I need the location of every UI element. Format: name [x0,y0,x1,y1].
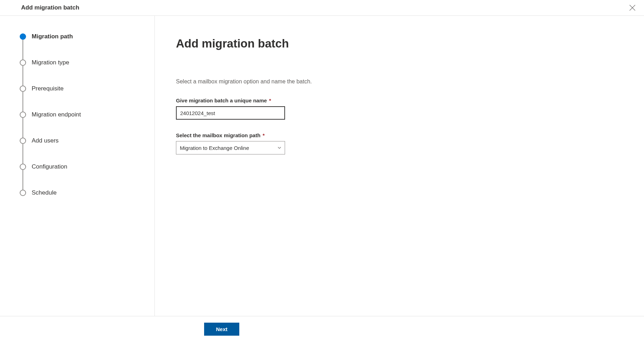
step-add-users[interactable]: Add users [20,137,146,145]
step-circle-icon [20,164,26,170]
close-icon[interactable] [629,5,636,11]
step-label: Migration path [32,33,73,40]
step-connector [23,144,23,164]
step-label: Migration endpoint [32,111,81,118]
migration-path-select[interactable]: Migration to Exchange Online [176,141,285,154]
step-circle-icon [20,59,26,66]
migration-path-label-text: Select the mailbox migration path [176,132,260,138]
wizard-header: Add migration batch [0,0,644,16]
step-circle-icon [20,33,26,40]
next-button[interactable]: Next [204,323,239,336]
step-migration-endpoint[interactable]: Migration endpoint [20,111,146,119]
step-circle-icon [20,138,26,144]
required-indicator: * [269,97,271,103]
step-migration-type[interactable]: Migration type [20,59,146,66]
wizard-footer: Next [0,316,644,342]
batch-name-label-text: Give migration batch a unique name [176,97,267,103]
batch-name-label: Give migration batch a unique name * [176,97,623,103]
header-title: Add migration batch [21,4,79,11]
migration-path-label: Select the mailbox migration path * [176,132,623,138]
wizard-steps-sidebar: Migration path Migration type Prerequisi… [0,16,155,316]
step-label: Configuration [32,163,67,170]
step-connector [23,170,23,190]
content-wrapper: Migration path Migration type Prerequisi… [0,16,644,316]
step-schedule[interactable]: Schedule [20,189,146,197]
step-connector [23,66,23,86]
step-connector [23,40,23,60]
step-configuration[interactable]: Configuration [20,163,146,171]
step-list: Migration path Migration type Prerequisi… [20,33,146,197]
step-label: Migration type [32,59,69,66]
main-content: Add migration batch Select a mailbox mig… [155,16,644,316]
step-circle-icon [20,86,26,92]
step-label: Schedule [32,189,57,196]
step-connector [23,118,23,138]
step-circle-icon [20,112,26,118]
step-connector [23,92,23,112]
step-label: Add users [32,137,59,144]
required-indicator: * [263,132,265,138]
page-title: Add migration batch [176,37,623,50]
migration-path-select-wrapper: Migration to Exchange Online [176,141,285,154]
step-prerequisite[interactable]: Prerequisite [20,85,146,93]
batch-name-input[interactable] [176,106,285,120]
batch-name-group: Give migration batch a unique name * [176,97,623,120]
step-label: Prerequisite [32,85,64,92]
migration-path-group: Select the mailbox migration path * Migr… [176,132,623,154]
step-circle-icon [20,190,26,196]
page-description: Select a mailbox migration option and na… [176,78,623,85]
migration-path-selected-value: Migration to Exchange Online [180,145,249,151]
step-migration-path[interactable]: Migration path [20,33,146,40]
